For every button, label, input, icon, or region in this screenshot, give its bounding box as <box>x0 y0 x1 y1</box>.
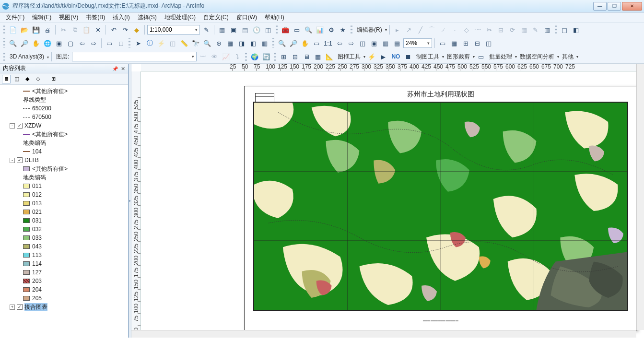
page-area[interactable]: 苏州市土地利用现状图 <box>141 71 644 338</box>
layer-combo[interactable] <box>72 52 197 61</box>
focus-button[interactable]: ▣ <box>369 38 379 48</box>
menu-custom[interactable]: 自定义(C) <box>199 12 233 23</box>
cut-button[interactable]: ✂ <box>58 24 69 35</box>
minimize-button[interactable]: — <box>593 2 607 11</box>
html-popup-button[interactable]: ◫ <box>167 38 178 48</box>
arc-button[interactable]: ⌒ <box>427 24 437 35</box>
menu-view[interactable]: 视图(V) <box>55 12 82 23</box>
python-button[interactable]: ▭ <box>292 24 302 35</box>
viewer-button[interactable]: ▥ <box>259 38 270 48</box>
menu-select[interactable]: 选择(S) <box>134 12 161 23</box>
attributes-button[interactable]: ▦ <box>519 24 529 35</box>
edit-tool-button[interactable]: ▸ <box>392 24 403 35</box>
tree-row[interactable]: <其他所有值> <box>1 130 127 139</box>
map-frame[interactable] <box>253 102 628 311</box>
tree-row[interactable]: 021 <box>1 208 127 216</box>
sel-elements-button[interactable]: ▦ <box>217 24 227 35</box>
tree-row[interactable]: 地类编码 <box>1 139 127 147</box>
tree-row[interactable]: 113 <box>1 251 127 259</box>
ruler2-button[interactable]: 📐 <box>324 51 335 62</box>
select-features-button[interactable]: ▭ <box>104 38 115 48</box>
prev-extent-button[interactable]: ⇦ <box>77 38 87 48</box>
toc-tree[interactable]: <其他所有值>界线类型650200670500-✓XZDW<其他所有值>地类编码… <box>0 85 128 338</box>
time-button[interactable]: ▦ <box>225 38 235 48</box>
tree-row[interactable]: 033 <box>1 234 127 242</box>
monitor-button[interactable]: 🖥 <box>301 51 312 62</box>
layout-whole-page-button[interactable]: ▭ <box>311 38 322 48</box>
menu-file[interactable]: 文件(F) <box>2 12 28 23</box>
tree-row[interactable]: 031 <box>1 216 127 225</box>
data-driven-button[interactable]: ▤ <box>392 38 402 48</box>
favorites-button[interactable]: ★ <box>338 24 348 35</box>
maximize-button[interactable]: ❐ <box>608 2 621 11</box>
delete-button[interactable]: ✕ <box>93 24 103 35</box>
layout-100-button[interactable]: 1:1 <box>323 38 333 48</box>
los-button[interactable]: 👁 <box>209 51 220 62</box>
trace-button[interactable]: ⟋ <box>438 24 449 35</box>
time-slider-button[interactable]: 🕒 <box>251 24 262 35</box>
toc-tab-drawing-order[interactable]: ≣ <box>2 75 11 83</box>
arctoolbox-button[interactable]: 🧰 <box>280 24 291 35</box>
page-setup-button[interactable]: ▭ <box>437 38 448 48</box>
toc-tab-selection[interactable]: ◇ <box>34 75 42 83</box>
flash-button[interactable]: ⚡ <box>366 51 377 62</box>
cut-poly-button[interactable]: ✂ <box>484 24 495 35</box>
tree-toggle[interactable]: - <box>10 158 15 163</box>
table-button[interactable]: ▤ <box>240 24 250 35</box>
tree-row[interactable]: 650200 <box>1 104 127 113</box>
add-data-button[interactable]: ◆ <box>131 24 142 35</box>
tree-checkbox[interactable]: ✓ <box>17 304 23 310</box>
vertical-scrollbar[interactable] <box>636 64 644 330</box>
refresh-button[interactable]: 🔄 <box>261 51 271 62</box>
toc-tab-source[interactable]: ◫ <box>12 75 21 83</box>
full-extent-button[interactable]: 🌐 <box>42 38 53 48</box>
tree-checkbox[interactable]: ✓ <box>17 157 23 163</box>
menu-bookmark[interactable]: 书签(B) <box>82 12 109 23</box>
tree-row[interactable]: 043 <box>1 242 127 251</box>
reshape-button[interactable]: 〰 <box>473 24 483 35</box>
toolbar-grip[interactable] <box>276 25 278 35</box>
toolbar-grip[interactable] <box>274 52 276 61</box>
layout-pan-button[interactable]: ✋ <box>300 38 310 48</box>
grid2-button[interactable]: ⊟ <box>290 51 300 62</box>
spatial-anal-menu[interactable]: 数据空间分析 <box>518 53 559 61</box>
point-button[interactable]: · <box>450 24 460 35</box>
tree-row[interactable]: -✓DLTB <box>1 156 127 164</box>
close-button[interactable]: ✕ <box>622 2 642 11</box>
search-button[interactable]: 🔍 <box>303 24 314 35</box>
margins-button[interactable]: ◫ <box>483 38 494 48</box>
tree-row[interactable]: 013 <box>1 199 127 208</box>
tree-row[interactable]: 670500 <box>1 113 127 121</box>
zoom-out-button[interactable]: 🔎 <box>19 38 30 48</box>
tree-row[interactable]: +✓接合图表 <box>1 303 127 311</box>
stop-button[interactable]: ⏹ <box>403 51 413 62</box>
paste-button[interactable]: 📋 <box>81 24 92 35</box>
environ-button[interactable]: ⚙ <box>326 24 337 35</box>
measure-button[interactable]: 📏 <box>179 38 189 48</box>
other-menu[interactable]: 其他 <box>560 53 578 61</box>
contour-button[interactable]: 〰 <box>198 51 208 62</box>
create-features-button[interactable]: ▥ <box>542 24 552 35</box>
tree-row[interactable]: 地类编码 <box>1 173 127 182</box>
print-button[interactable]: 🖨 <box>42 24 53 35</box>
layout-prev-button[interactable]: ⇦ <box>334 38 345 48</box>
tree-row[interactable]: 104 <box>1 147 127 156</box>
results-button[interactable]: 📊 <box>315 24 325 35</box>
zoom-in-button[interactable]: 🔍 <box>8 38 18 48</box>
split-button[interactable]: ⊟ <box>496 24 506 35</box>
toolbar-grip[interactable] <box>245 52 247 61</box>
clear-sel-button[interactable]: ◻ <box>116 38 126 48</box>
copy-button[interactable]: ⧉ <box>70 24 80 35</box>
batch-proc-menu[interactable]: 批量处理 <box>487 53 517 61</box>
line-button[interactable]: ╱ <box>415 24 426 35</box>
tree-row[interactable]: 204 <box>1 285 127 294</box>
layout-view[interactable]: 2550751001251501752002252502753003253503… <box>131 64 644 338</box>
fixed-zoom-in-button[interactable]: ▣ <box>54 38 64 48</box>
tree-row[interactable]: <其他所有值> <box>1 87 127 95</box>
toolbar-grip[interactable] <box>272 38 274 48</box>
fixed-zoom-out-button[interactable]: ▢ <box>65 38 76 48</box>
menu-insert[interactable]: 插入(I) <box>109 12 133 23</box>
toolbar-grip[interactable] <box>351 25 352 35</box>
toolbar-grip[interactable] <box>555 25 557 35</box>
extra-btn2[interactable]: ◧ <box>571 24 581 35</box>
